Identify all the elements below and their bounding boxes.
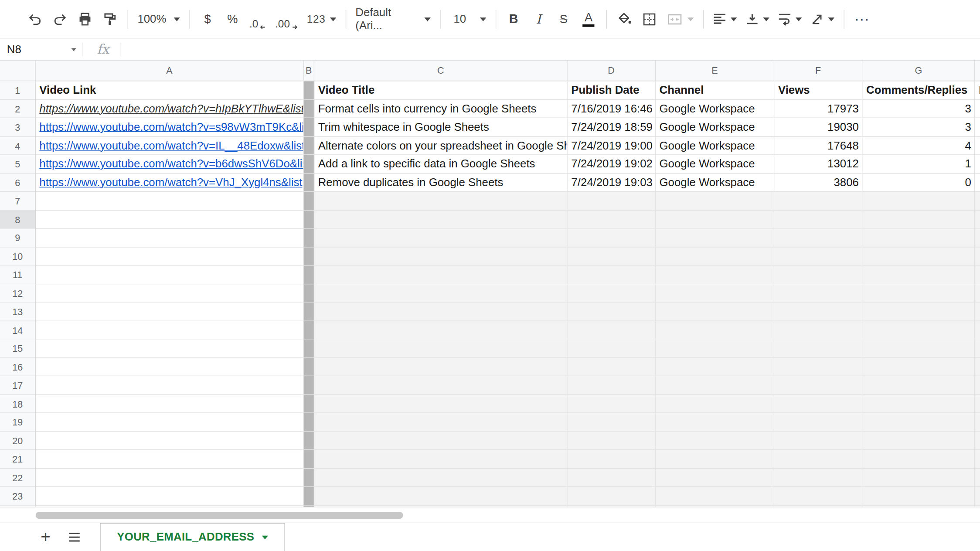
- cell-H12[interactable]: [975, 284, 980, 303]
- row-header-5[interactable]: 5: [0, 155, 36, 173]
- more-formats-button[interactable]: 123: [304, 8, 339, 31]
- cell-H19[interactable]: [975, 413, 980, 432]
- cell-C1[interactable]: Video Title: [314, 81, 568, 99]
- cell-E4[interactable]: Google Workspace: [656, 136, 774, 155]
- cell-H23[interactable]: [975, 487, 980, 505]
- cell-E6[interactable]: Google Workspace: [656, 173, 774, 192]
- row-header-18[interactable]: 18: [0, 395, 36, 413]
- cell-E9[interactable]: [656, 229, 774, 247]
- cell-G10[interactable]: [862, 247, 975, 265]
- cell-A13[interactable]: [36, 303, 304, 321]
- cell-D9[interactable]: [568, 229, 656, 247]
- row-header-23[interactable]: 23: [0, 487, 36, 505]
- cell-H6[interactable]: [975, 173, 980, 192]
- cell-F11[interactable]: [774, 265, 862, 284]
- more-options-button[interactable]: ⋯: [851, 8, 872, 31]
- cell-D3[interactable]: 7/24/2019 18:59: [568, 118, 656, 136]
- borders-button[interactable]: [639, 8, 660, 31]
- cell-A12[interactable]: [36, 284, 304, 303]
- cell-D17[interactable]: [568, 376, 656, 395]
- column-header-H[interactable]: H: [975, 61, 980, 81]
- cell-G3[interactable]: 3: [862, 118, 975, 136]
- cell-H16[interactable]: [975, 358, 980, 376]
- cell-A21[interactable]: [36, 450, 304, 468]
- cell-C17[interactable]: [314, 376, 568, 395]
- cell-D13[interactable]: [568, 303, 656, 321]
- cell-B19[interactable]: [304, 413, 314, 432]
- add-sheet-button[interactable]: +: [36, 528, 55, 547]
- cell-B20[interactable]: [304, 432, 314, 450]
- undo-button[interactable]: [24, 8, 46, 31]
- cell-A16[interactable]: [36, 358, 304, 376]
- cell-F13[interactable]: [774, 303, 862, 321]
- cell-H5[interactable]: [975, 155, 980, 173]
- cell-F1[interactable]: Views: [774, 81, 862, 99]
- cell-E8[interactable]: [656, 210, 774, 228]
- cell-B16[interactable]: [304, 358, 314, 376]
- cell-H21[interactable]: [975, 450, 980, 468]
- cell-E10[interactable]: [656, 247, 774, 265]
- cell-E13[interactable]: [656, 303, 774, 321]
- cell-H20[interactable]: [975, 432, 980, 450]
- cell-E12[interactable]: [656, 284, 774, 303]
- column-header-C[interactable]: C: [314, 61, 568, 81]
- cell-H18[interactable]: [975, 395, 980, 413]
- cell-G2[interactable]: 3: [862, 100, 975, 118]
- font-family-select[interactable]: Default (Ari...: [353, 8, 433, 31]
- cell-A17[interactable]: [36, 376, 304, 395]
- cell-G14[interactable]: [862, 321, 975, 339]
- cell-G9[interactable]: [862, 229, 975, 247]
- cell-G19[interactable]: [862, 413, 975, 432]
- column-header-B[interactable]: B: [304, 61, 314, 81]
- cell-B22[interactable]: [304, 469, 314, 487]
- cell-E2[interactable]: Google Workspace: [656, 100, 774, 118]
- cell-H1[interactable]: Likes: [975, 81, 980, 99]
- all-sheets-button[interactable]: [65, 528, 84, 547]
- fill-color-button[interactable]: [613, 8, 635, 31]
- cell-C18[interactable]: [314, 395, 568, 413]
- cell-B17[interactable]: [304, 376, 314, 395]
- cell-E11[interactable]: [656, 265, 774, 284]
- cell-C2[interactable]: Format cells into currency in Google She…: [314, 100, 568, 118]
- cell-D16[interactable]: [568, 358, 656, 376]
- cell-B8[interactable]: [304, 210, 314, 228]
- row-header-19[interactable]: 19: [0, 413, 36, 432]
- cell-A3[interactable]: https://www.youtube.com/watch?v=s98vW3mT…: [36, 118, 304, 136]
- cell-B7[interactable]: [304, 192, 314, 210]
- cell-F7[interactable]: [774, 192, 862, 210]
- cell-B12[interactable]: [304, 284, 314, 303]
- cell-H15[interactable]: [975, 339, 980, 357]
- cell-G7[interactable]: [862, 192, 975, 210]
- cell-G22[interactable]: [862, 469, 975, 487]
- row-header-16[interactable]: 16: [0, 358, 36, 376]
- cell-G6[interactable]: 0: [862, 173, 975, 192]
- cell-D20[interactable]: [568, 432, 656, 450]
- cell-B15[interactable]: [304, 339, 314, 357]
- row-header-1[interactable]: 1: [0, 81, 36, 99]
- cell-C20[interactable]: [314, 432, 568, 450]
- cell-H2[interactable]: [975, 100, 980, 118]
- cell-G15[interactable]: [862, 339, 975, 357]
- cell-A8[interactable]: [36, 210, 304, 228]
- cell-C19[interactable]: [314, 413, 568, 432]
- row-header-3[interactable]: 3: [0, 118, 36, 136]
- column-header-G[interactable]: G: [862, 61, 975, 81]
- cell-F16[interactable]: [774, 358, 862, 376]
- decrease-decimal-button[interactable]: .0: [247, 8, 269, 31]
- cell-D5[interactable]: 7/24/2019 19:02: [568, 155, 656, 173]
- text-wrap-button[interactable]: [776, 8, 804, 31]
- cell-H10[interactable]: [975, 247, 980, 265]
- cell-B2[interactable]: [304, 100, 314, 118]
- cell-D4[interactable]: 7/24/2019 19:00: [568, 136, 656, 155]
- cell-A10[interactable]: [36, 247, 304, 265]
- cell-F23[interactable]: [774, 487, 862, 505]
- cell-C6[interactable]: Remove duplicates in Google Sheets: [314, 173, 568, 192]
- row-header-14[interactable]: 14: [0, 321, 36, 339]
- column-header-A[interactable]: A: [36, 61, 304, 81]
- cell-B10[interactable]: [304, 247, 314, 265]
- cell-G5[interactable]: 1: [862, 155, 975, 173]
- print-button[interactable]: [75, 8, 96, 31]
- cell-A2[interactable]: https://www.youtube.com/watch?v=hIpBkYTl…: [36, 100, 304, 118]
- increase-decimal-button[interactable]: .00: [272, 8, 300, 31]
- cell-H3[interactable]: [975, 118, 980, 136]
